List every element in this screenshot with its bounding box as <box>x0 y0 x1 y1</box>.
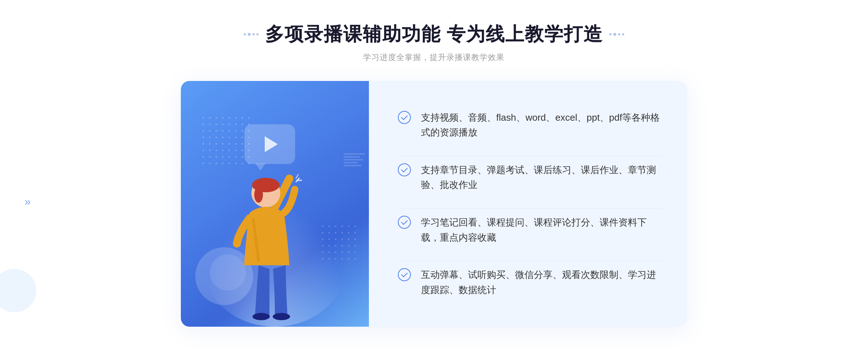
feature-item: 支持视频、音频、flash、word、excel、ppt、pdf等各种格式的资源… <box>398 104 662 147</box>
check-mark-2 <box>401 166 408 172</box>
page-container: 多项录播课辅助功能 专为线上教学打造 学习进度全掌握，提升录播课教学效果 <box>0 0 868 352</box>
feature-text-1: 支持视频、音频、flash、word、excel、ppt、pdf等各种格式的资源… <box>421 110 662 140</box>
deco-dot <box>256 33 259 35</box>
title-deco-left <box>244 33 259 36</box>
deco-dot <box>613 33 616 36</box>
deco-dot <box>609 33 612 35</box>
svg-point-3 <box>254 187 263 203</box>
check-icon-3 <box>398 216 411 229</box>
page-subtitle: 学习进度全掌握，提升录播课教学效果 <box>244 52 624 63</box>
page-title: 多项录播课辅助功能 专为线上教学打造 <box>265 22 603 47</box>
svg-line-9 <box>296 174 298 179</box>
features-panel: 支持视频、音频、flash、word、excel、ppt、pdf等各种格式的资源… <box>369 81 687 327</box>
deco-dot <box>248 33 251 36</box>
person-illustration <box>203 146 340 327</box>
illustration-panel <box>181 81 369 327</box>
feature-item: 学习笔记回看、课程提问、课程评论打分、课件资料下载，重点内容收藏 <box>398 208 662 252</box>
check-mark-1 <box>401 113 408 120</box>
check-icon-1 <box>398 111 411 124</box>
stripes-deco <box>344 153 365 166</box>
check-mark-3 <box>401 218 408 225</box>
page-chevron-left: » <box>25 196 31 208</box>
deco-half-circle <box>0 269 36 312</box>
content-area: 支持视频、音频、flash、word、excel、ppt、pdf等各种格式的资源… <box>181 81 687 327</box>
header-section: 多项录播课辅助功能 专为线上教学打造 学习进度全掌握，提升录播课教学效果 <box>244 22 624 63</box>
svg-point-5 <box>273 313 290 320</box>
deco-dot <box>252 33 255 35</box>
deco-dot <box>618 33 620 35</box>
feature-text-4: 互动弹幕、试听购买、微信分享、观看次数限制、学习进度跟踪、数据统计 <box>421 267 662 297</box>
title-deco-right <box>609 33 624 36</box>
check-mark-4 <box>401 271 408 277</box>
feature-text-3: 学习笔记回看、课程提问、课程评论打分、课件资料下载，重点内容收藏 <box>421 215 662 245</box>
title-row: 多项录播课辅助功能 专为线上教学打造 <box>244 22 624 47</box>
deco-dot <box>622 33 624 35</box>
check-icon-2 <box>398 163 411 176</box>
feature-item: 支持章节目录、弹题考试、课后练习、课后作业、章节测验、批改作业 <box>398 156 662 199</box>
check-icon-4 <box>398 268 411 281</box>
feature-text-2: 支持章节目录、弹题考试、课后练习、课后作业、章节测验、批改作业 <box>421 163 662 193</box>
svg-point-4 <box>252 313 270 320</box>
deco-dot <box>244 33 246 35</box>
feature-item: 互动弹幕、试听购买、微信分享、观看次数限制、学习进度跟踪、数据统计 <box>398 261 662 304</box>
